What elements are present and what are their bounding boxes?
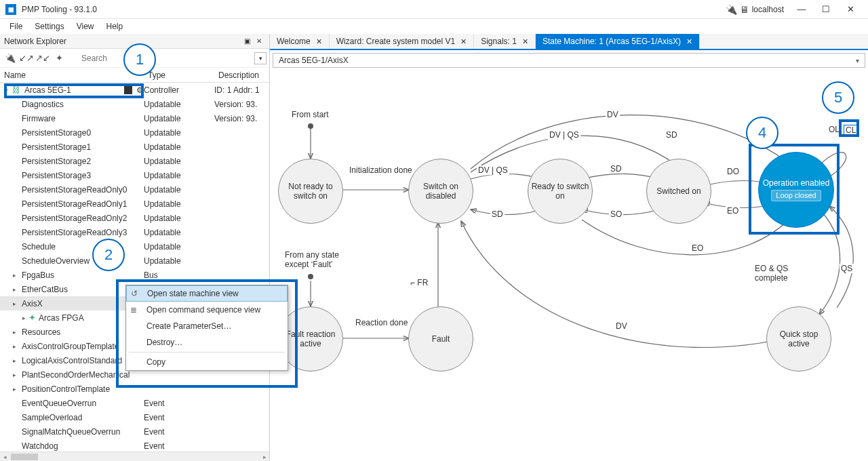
- tree-row[interactable]: PersistentStorage3Updatable: [0, 168, 269, 182]
- node-switch-on-disabled[interactable]: Switch on disabled: [408, 159, 473, 224]
- label-so: SO: [609, 209, 623, 219]
- node-fault[interactable]: Fault: [408, 306, 473, 372]
- tree-row[interactable]: PersistentStorage1Updatable: [0, 140, 269, 154]
- label-sd-2: SD: [609, 164, 623, 174]
- node-oe-badge: Loop closed: [771, 190, 821, 201]
- tree-row[interactable]: ▾⛓Arcas 5EG-1⚙ControllerID: 1 Addr: 1: [0, 83, 269, 97]
- tree-row[interactable]: SignalMatchQueueOverrunEvent: [0, 424, 269, 439]
- context-menu-item[interactable]: ↺Open state machine view: [126, 285, 288, 302]
- node-not-ready[interactable]: Not ready to switch on: [278, 159, 343, 224]
- tree-row[interactable]: ScheduleUpdatable: [0, 239, 269, 254]
- host-indicator: 🔌 🖥 localhost: [726, 4, 784, 15]
- tree-item-label: AxisX: [19, 299, 45, 308]
- tree-item-label: Diagnostics: [19, 100, 66, 109]
- context-menu-item[interactable]: Create ParameterSet…: [126, 318, 288, 334]
- tree-row[interactable]: PersistentStorageReadOnly2Updatable: [0, 211, 269, 225]
- node-switched-on[interactable]: Switched on: [646, 159, 711, 224]
- tree-row[interactable]: PersistentStorageReadOnly0Updatable: [0, 182, 269, 197]
- refresh-icon[interactable]: ✦: [52, 51, 66, 66]
- label-cl: CL: [844, 125, 858, 136]
- context-menu-item[interactable]: Copy: [126, 354, 288, 370]
- tree-row[interactable]: PersistentStorageReadOnly1Updatable: [0, 197, 269, 211]
- tree-item-label: Arcas FPGA: [36, 313, 87, 323]
- tree-item-label: PersistentStorageReadOnly1: [19, 199, 130, 209]
- tab-label: Welcome: [277, 37, 311, 46]
- context-menu-icon: ↺: [131, 289, 138, 298]
- menu-view[interactable]: View: [71, 20, 100, 33]
- tree-row[interactable]: PersistentStorageReadOnly3Updatable: [0, 225, 269, 239]
- node-ready-to-switch-on[interactable]: Ready to switch on: [528, 159, 593, 224]
- menu-help[interactable]: Help: [101, 20, 129, 33]
- tree-item-type: Event: [144, 427, 214, 437]
- context-menu-icon: ≣: [130, 305, 137, 315]
- context-menu-item[interactable]: ≣Open command sequence view: [126, 302, 288, 318]
- callout-4: 4: [746, 117, 778, 149]
- label-dvqs: DV | QS: [477, 165, 509, 175]
- tab-close-icon[interactable]: ✕: [686, 37, 692, 46]
- col-type[interactable]: Type: [144, 71, 214, 80]
- device-icon: ⛓: [12, 85, 20, 95]
- search-options-button[interactable]: ▾: [254, 52, 267, 64]
- tree-item-label: PersistentStorageReadOnly3: [19, 228, 130, 237]
- expand-arrow-icon[interactable]: ▸: [9, 386, 19, 393]
- tree-row[interactable]: ▸FpgaBusBus: [0, 268, 269, 282]
- tree-row[interactable]: DiagnosticsUpdatableVersion: 93.: [0, 97, 269, 111]
- label-from-start: From start: [290, 110, 330, 119]
- tree-item-label: PersistentStorage2: [19, 157, 94, 166]
- col-desc[interactable]: Description: [214, 71, 269, 80]
- search-input[interactable]: [68, 51, 253, 66]
- menu-file[interactable]: File: [4, 20, 28, 33]
- expand-arrow-icon[interactable]: ▸: [9, 329, 19, 336]
- expand-arrow-icon[interactable]: ▸: [9, 286, 19, 293]
- tree-item-label: LogicalAxisControlStandard: [19, 356, 125, 365]
- label-eoqs: EO & QS complete: [753, 264, 808, 283]
- tree-row[interactable]: ScheduleOverviewUpdatable: [0, 254, 269, 268]
- expand-icon[interactable]: ↙↗: [19, 51, 34, 66]
- tree-row[interactable]: ▸PositionControlTemplate: [0, 382, 269, 396]
- tree-row[interactable]: WatchdogEvent: [0, 439, 269, 453]
- window-minimize-button[interactable]: —: [789, 1, 814, 18]
- path-bar[interactable]: Arcas 5EG-1/AxisX ▾: [273, 53, 865, 68]
- tree-row[interactable]: SampleOverloadEvent: [0, 410, 269, 424]
- window-maximize-button[interactable]: ☐: [814, 1, 838, 18]
- tree-item-type: Updatable: [144, 171, 214, 180]
- panel-close-button[interactable]: ✕: [253, 35, 265, 47]
- context-menu[interactable]: ↺Open state machine view≣Open command se…: [125, 285, 288, 371]
- label-ol: OL: [827, 125, 841, 134]
- tab-close-icon[interactable]: ✕: [460, 37, 467, 46]
- tab-close-icon[interactable]: ✕: [316, 37, 322, 46]
- editor-tab[interactable]: Welcome✕: [270, 34, 330, 49]
- gear-icon[interactable]: ⚙: [136, 85, 144, 95]
- tree[interactable]: ▾⛓Arcas 5EG-1⚙ControllerID: 1 Addr: 1Dia…: [0, 83, 269, 461]
- context-menu-item[interactable]: Destroy…: [126, 334, 288, 350]
- expand-arrow-icon[interactable]: ▸: [19, 315, 28, 321]
- tree-row[interactable]: PersistentStorage0Updatable: [0, 125, 269, 140]
- tree-row[interactable]: PersistentStorage2Updatable: [0, 154, 269, 168]
- chevron-down-icon[interactable]: ▾: [856, 57, 859, 64]
- editor-tab[interactable]: State Machine: 1 (Arcas 5EG-1/AxisX)✕: [536, 34, 700, 49]
- label-init: Initialization done: [348, 165, 414, 175]
- tab-close-icon[interactable]: ✕: [522, 37, 528, 46]
- editor-tab[interactable]: Wizard: Create system model V1✕: [330, 34, 474, 49]
- expand-arrow-icon[interactable]: ▸: [9, 372, 19, 378]
- expand-arrow-icon[interactable]: ▸: [9, 300, 19, 307]
- editor-tab[interactable]: Signals: 1✕: [474, 34, 536, 49]
- expand-arrow-icon[interactable]: ▸: [9, 343, 19, 350]
- expand-arrow-icon[interactable]: ▸: [9, 357, 19, 364]
- tree-row[interactable]: FirmwareUpdatableVersion: 93.: [0, 111, 269, 125]
- node-quick-stop-active[interactable]: Quick stop active: [766, 306, 831, 372]
- expand-arrow-icon[interactable]: ▾: [1, 87, 11, 94]
- menu-settings[interactable]: Settings: [29, 20, 69, 33]
- panel-undock-button[interactable]: ▣: [241, 35, 253, 47]
- collapse-icon[interactable]: ↗↙: [35, 51, 50, 66]
- connect-icon[interactable]: 🔌: [3, 51, 18, 66]
- tree-item-label: Resources: [19, 327, 63, 337]
- window-close-button[interactable]: ✕: [838, 1, 863, 18]
- col-name[interactable]: Name: [0, 71, 144, 80]
- tree-row[interactable]: EventQueueOverrunEvent: [0, 396, 269, 410]
- expand-arrow-icon[interactable]: ▸: [9, 272, 19, 279]
- state-machine-diagram[interactable]: From start Not ready to switch on Initia…: [270, 71, 868, 461]
- stop-icon[interactable]: [124, 86, 132, 94]
- node-operation-enabled[interactable]: Operation enabled Loop closed: [758, 152, 834, 228]
- tree-scrollbar[interactable]: ◂▸: [0, 452, 269, 461]
